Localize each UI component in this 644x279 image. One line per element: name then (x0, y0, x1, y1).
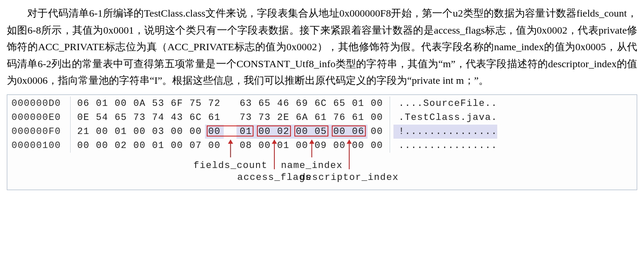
hex-byte: 00 (293, 125, 311, 139)
annotation-arrow (230, 140, 231, 157)
hex-byte: 72 (205, 97, 224, 111)
hex-bytes: 0E54657374436C6173732E6A61766100 (74, 111, 386, 125)
hex-byte: 43 (168, 111, 186, 125)
hex-byte: 00 (186, 125, 205, 139)
hex-byte: 73 (237, 111, 255, 125)
hex-byte: 01 (149, 139, 168, 153)
hex-address: 000000D0 (11, 97, 67, 111)
body-paragraph: 对于代码清单6-1所编译的TestClass.class文件来说，字段表集合从地… (7, 5, 637, 89)
hex-byte: 2E (274, 111, 293, 125)
hex-byte: 00 (205, 139, 224, 153)
hex-byte: 74 (149, 111, 168, 125)
hex-byte: 07 (186, 139, 205, 153)
hex-byte: 05 (311, 125, 330, 139)
hex-byte: 00 (255, 125, 274, 139)
annotation-label: descriptor_index (300, 170, 399, 185)
hex-address: 000000E0 (11, 111, 67, 125)
hex-byte: 6C (311, 97, 330, 111)
hex-byte: 00 (74, 139, 93, 153)
hex-byte: 01 (349, 97, 368, 111)
annotation-arrow (274, 140, 275, 169)
annotation-arrow (349, 140, 350, 169)
hex-row: 0000010000000200010007000800010009000000… (7, 139, 637, 153)
hex-byte: 54 (93, 111, 111, 125)
hex-ascii: .TestClass.java. (393, 111, 497, 125)
hex-byte: 0A (130, 97, 149, 111)
hex-byte: 53 (149, 97, 168, 111)
hex-byte: 69 (293, 97, 311, 111)
hex-byte: 00 (205, 125, 224, 139)
hex-byte: 76 (330, 111, 349, 125)
hex-byte: 00 (330, 139, 349, 153)
hex-byte: 02 (274, 125, 293, 139)
hex-address: 00000100 (11, 139, 67, 153)
hex-byte: 00 (368, 111, 386, 125)
hex-byte: 03 (149, 125, 168, 139)
hex-bytes: 21000100030000000100020005000600 (74, 125, 386, 139)
hex-ascii: ....SourceFile.. (393, 97, 497, 111)
hex-byte: 61 (349, 111, 368, 125)
hex-row: 000000E00E54657374436C6173732E6A61766100… (7, 111, 637, 125)
hex-byte: 00 (368, 97, 386, 111)
hex-byte: 08 (237, 139, 255, 153)
hex-byte: 73 (255, 111, 274, 125)
hex-byte: 21 (74, 125, 93, 139)
hex-byte: 75 (186, 97, 205, 111)
hex-byte: 00 (330, 125, 349, 139)
hex-byte: 00 (255, 139, 274, 153)
hex-byte: 01 (111, 125, 130, 139)
hex-ascii: !............... (393, 125, 497, 139)
hex-address: 000000F0 (11, 125, 67, 139)
hex-bytes: 0601000A536F7572636546696C650100 (74, 97, 386, 111)
hex-byte: 01 (93, 97, 111, 111)
hex-byte: 00 (93, 139, 111, 153)
hex-byte: 0E (74, 111, 93, 125)
hex-byte: 6A (293, 111, 311, 125)
hex-byte: 61 (205, 111, 224, 125)
hex-byte: 00 (111, 97, 130, 111)
hex-byte: 00 (368, 139, 386, 153)
hex-ascii: ................ (393, 139, 497, 153)
paragraph-text: 对于代码清单6-1所编译的TestClass.class文件来说，字段表集合从地… (7, 8, 637, 86)
hex-byte: 06 (349, 125, 368, 139)
hex-dump-figure: 000000D00601000A536F7572636546696C650100… (7, 94, 637, 190)
hex-byte: 61 (311, 111, 330, 125)
hex-byte: 00 (368, 125, 386, 139)
hex-byte: 00 (130, 125, 149, 139)
hex-byte: 46 (274, 97, 293, 111)
hex-row: 000000D00601000A536F7572636546696C650100… (7, 97, 637, 111)
hex-byte: 65 (330, 97, 349, 111)
hex-byte: 00 (293, 139, 311, 153)
hex-byte: 65 (111, 111, 130, 125)
annotation-arrow (311, 140, 312, 157)
hex-byte: 00 (93, 125, 111, 139)
hex-byte: 65 (255, 97, 274, 111)
hex-byte: 6C (186, 111, 205, 125)
hex-byte: 00 (168, 125, 186, 139)
hex-byte: 02 (111, 139, 130, 153)
hex-byte: 06 (74, 97, 93, 111)
hex-byte: 00 (130, 139, 149, 153)
hex-byte: 6F (168, 97, 186, 111)
hex-byte: 01 (237, 125, 255, 139)
hex-byte: 00 (168, 139, 186, 153)
hex-byte: 63 (237, 97, 255, 111)
hex-byte: 73 (130, 111, 149, 125)
hex-row: 000000F021000100030000000100020005000600… (7, 125, 637, 139)
